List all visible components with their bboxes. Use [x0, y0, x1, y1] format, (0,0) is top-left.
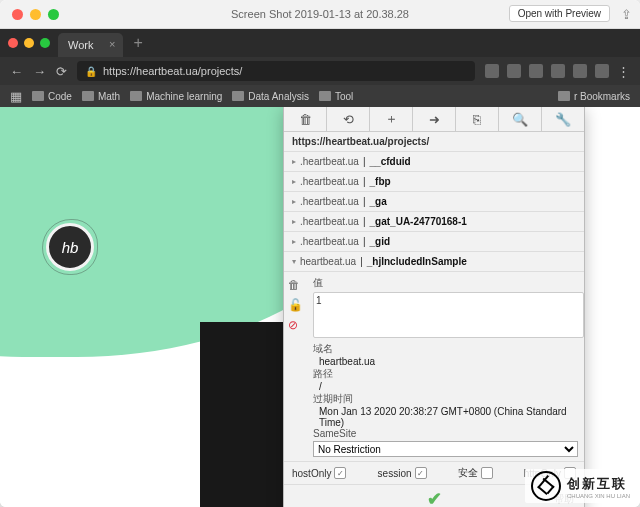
cookie-row[interactable]: ▸.heartbeat.ua | __cfduid — [284, 152, 584, 172]
watermark-sub: CHUANG XIN HU LIAN — [567, 493, 630, 499]
secure-label: 安全 — [458, 466, 478, 480]
refresh-icon[interactable]: ⟲ — [327, 107, 370, 131]
chevron-right-icon: ▸ — [292, 177, 296, 186]
mac-window-titlebar: Screen Shot 2019-01-13 at 20.38.28 Open … — [0, 0, 640, 29]
reload-icon[interactable]: ⟳ — [56, 64, 67, 79]
folder-icon — [130, 91, 142, 101]
session-label: session — [378, 468, 412, 479]
unlock-icon[interactable]: 🔓 — [288, 298, 303, 312]
extension-icon[interactable] — [485, 64, 499, 78]
address-bar[interactable]: 🔒 https://heartbeat.ua/projects/ — [77, 61, 475, 81]
chevron-right-icon: ▸ — [292, 197, 296, 206]
bookmark-folder[interactable]: Data Analysis — [232, 91, 309, 102]
chevron-right-icon: ▸ — [292, 237, 296, 246]
path-label: 路径 — [313, 367, 578, 381]
forward-icon[interactable]: → — [33, 64, 46, 79]
value-label: 值 — [313, 276, 578, 290]
close-window-button[interactable] — [12, 9, 23, 20]
page-viewport: hb Web design system 🗑 ⟲ ＋ ➜ ⎘ 🔍 🔧 https… — [0, 107, 640, 507]
cookie-row-expanded[interactable]: ▸heartbeat.ua | _hjIncludedInSample — [284, 252, 584, 272]
bookmarks-bar: ▦ Code Math Machine learning Data Analys… — [0, 85, 640, 107]
cookie-editor-panel: 🗑 ⟲ ＋ ➜ ⎘ 🔍 🔧 https://heartbeat.ua/proje… — [283, 107, 585, 507]
maximize-window-button[interactable] — [48, 9, 59, 20]
import-icon[interactable]: ➜ — [413, 107, 456, 131]
hostonly-label: hostOnly — [292, 468, 331, 479]
cookie-detail: 🗑 🔓 ⊘ 值 1 域名 heartbeat.ua 路径 / 过期时间 Mon … — [284, 272, 584, 462]
browser-close-button[interactable] — [8, 38, 18, 48]
watermark: 创新互联 CHUANG XIN HU LIAN — [525, 469, 636, 503]
delete-icon[interactable]: 🗑 — [284, 107, 327, 131]
minimize-window-button[interactable] — [30, 9, 41, 20]
window-controls[interactable] — [12, 0, 59, 28]
cookie-row[interactable]: ▸.heartbeat.ua | _fbp — [284, 172, 584, 192]
watermark-brand: 创新互联 — [567, 476, 627, 491]
bookmark-folder[interactable]: Tool — [319, 91, 353, 102]
search-icon[interactable]: 🔍 — [499, 107, 542, 131]
back-icon[interactable]: ← — [10, 64, 23, 79]
cookie-row[interactable]: ▸.heartbeat.ua | _gid — [284, 232, 584, 252]
chevron-right-icon: ▸ — [292, 157, 296, 166]
extension-icon[interactable] — [529, 64, 543, 78]
folder-icon — [232, 91, 244, 101]
panel-toolbar: 🗑 ⟲ ＋ ➜ ⎘ 🔍 🔧 — [284, 107, 584, 132]
expires-value: Mon Jan 13 2020 20:38:27 GMT+0800 (China… — [313, 406, 578, 428]
add-icon[interactable]: ＋ — [370, 107, 413, 131]
chevron-right-icon: ▸ — [292, 217, 296, 226]
path-value: / — [313, 381, 578, 392]
browser-maximize-button[interactable] — [40, 38, 50, 48]
chevron-down-icon: ▸ — [290, 260, 299, 264]
folder-icon — [558, 91, 570, 101]
site-logo[interactable]: hb — [46, 223, 94, 271]
samesite-label: SameSite — [313, 428, 578, 439]
domain-label: 域名 — [313, 342, 578, 356]
extension-icon[interactable] — [507, 64, 521, 78]
export-icon[interactable]: ⎘ — [456, 107, 499, 131]
cookie-row[interactable]: ▸.heartbeat.ua | _gat_UA-24770168-1 — [284, 212, 584, 232]
menu-icon[interactable]: ⋮ — [617, 64, 630, 79]
session-checkbox[interactable]: ✓ — [415, 467, 427, 479]
folder-icon — [319, 91, 331, 101]
extension-icon[interactable] — [573, 64, 587, 78]
browser-tab-bar: Work × + — [0, 29, 640, 57]
delete-cookie-icon[interactable]: 🗑 — [288, 278, 303, 292]
close-tab-icon[interactable]: × — [109, 38, 115, 50]
domain-value: heartbeat.ua — [313, 356, 578, 367]
apps-icon[interactable]: ▦ — [10, 89, 22, 104]
browser-nav-bar: ← → ⟳ 🔒 https://heartbeat.ua/projects/ ⋮ — [0, 57, 640, 85]
new-tab-button[interactable]: + — [133, 34, 142, 52]
tab-title: Work — [68, 39, 93, 51]
bookmark-folder[interactable]: Machine learning — [130, 91, 222, 102]
browser-minimize-button[interactable] — [24, 38, 34, 48]
hostonly-checkbox[interactable]: ✓ — [334, 467, 346, 479]
watermark-logo-icon — [531, 471, 561, 501]
value-input[interactable]: 1 — [313, 292, 584, 338]
confirm-icon[interactable]: ✔ — [427, 488, 442, 507]
other-bookmarks[interactable]: r Bookmarks — [558, 91, 630, 102]
folder-icon — [32, 91, 44, 101]
bookmark-folder[interactable]: Code — [32, 91, 72, 102]
block-icon[interactable]: ⊘ — [288, 318, 303, 332]
samesite-select[interactable]: No Restriction — [313, 441, 578, 457]
share-icon[interactable]: ⇪ — [621, 7, 632, 22]
settings-icon[interactable]: 🔧 — [542, 107, 584, 131]
window-title: Screen Shot 2019-01-13 at 20.38.28 — [231, 8, 409, 20]
expires-label: 过期时间 — [313, 392, 578, 406]
cookie-row[interactable]: ▸.heartbeat.ua | _ga — [284, 192, 584, 212]
open-with-preview-button[interactable]: Open with Preview — [509, 5, 610, 22]
url-text: https://heartbeat.ua/projects/ — [103, 65, 242, 77]
folder-icon — [82, 91, 94, 101]
extension-icon[interactable] — [595, 64, 609, 78]
extension-icon[interactable] — [551, 64, 565, 78]
lock-icon: 🔒 — [85, 66, 97, 77]
browser-tab[interactable]: Work × — [58, 33, 123, 57]
bookmark-folder[interactable]: Math — [82, 91, 120, 102]
panel-url: https://heartbeat.ua/projects/ — [284, 132, 584, 152]
secure-checkbox[interactable] — [481, 467, 493, 479]
